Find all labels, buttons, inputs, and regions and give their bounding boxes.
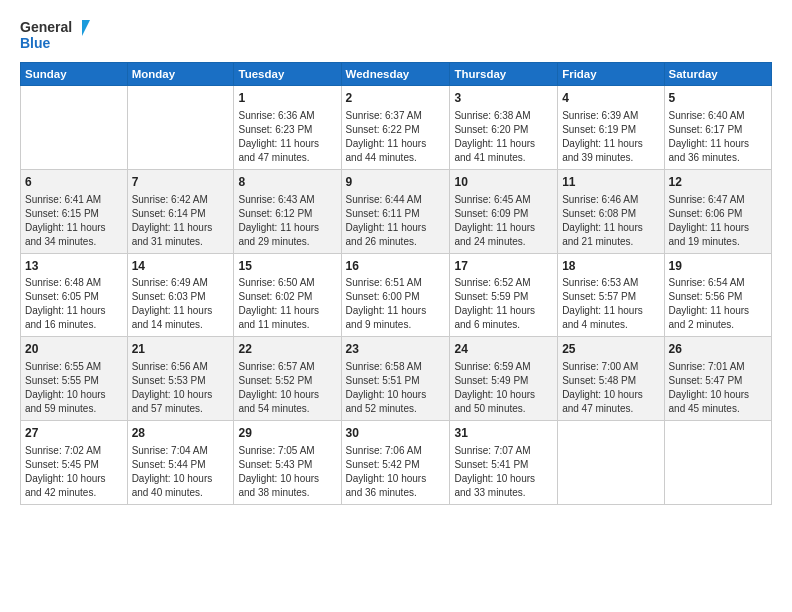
calendar-week-5: 27Sunrise: 7:02 AM Sunset: 5:45 PM Dayli…: [21, 421, 772, 505]
day-info: Sunrise: 7:07 AM Sunset: 5:41 PM Dayligh…: [454, 444, 553, 500]
svg-text:General: General: [20, 19, 72, 35]
calendar-cell: 22Sunrise: 6:57 AM Sunset: 5:52 PM Dayli…: [234, 337, 341, 421]
day-header-tuesday: Tuesday: [234, 63, 341, 86]
day-number: 18: [562, 258, 659, 275]
svg-text:Blue: Blue: [20, 35, 51, 51]
day-info: Sunrise: 7:00 AM Sunset: 5:48 PM Dayligh…: [562, 360, 659, 416]
calendar-cell: [21, 86, 128, 170]
day-header-wednesday: Wednesday: [341, 63, 450, 86]
day-info: Sunrise: 6:57 AM Sunset: 5:52 PM Dayligh…: [238, 360, 336, 416]
calendar-cell: 23Sunrise: 6:58 AM Sunset: 5:51 PM Dayli…: [341, 337, 450, 421]
day-header-saturday: Saturday: [664, 63, 771, 86]
day-info: Sunrise: 6:54 AM Sunset: 5:56 PM Dayligh…: [669, 276, 767, 332]
day-number: 31: [454, 425, 553, 442]
day-info: Sunrise: 6:49 AM Sunset: 6:03 PM Dayligh…: [132, 276, 230, 332]
day-number: 19: [669, 258, 767, 275]
day-info: Sunrise: 6:36 AM Sunset: 6:23 PM Dayligh…: [238, 109, 336, 165]
calendar-cell: 15Sunrise: 6:50 AM Sunset: 6:02 PM Dayli…: [234, 253, 341, 337]
calendar-cell: 25Sunrise: 7:00 AM Sunset: 5:48 PM Dayli…: [558, 337, 664, 421]
calendar-cell: [558, 421, 664, 505]
logo: General Blue: [20, 16, 90, 52]
day-header-sunday: Sunday: [21, 63, 128, 86]
header: General Blue: [20, 16, 772, 52]
day-info: Sunrise: 6:37 AM Sunset: 6:22 PM Dayligh…: [346, 109, 446, 165]
calendar-cell: 24Sunrise: 6:59 AM Sunset: 5:49 PM Dayli…: [450, 337, 558, 421]
calendar-cell: 6Sunrise: 6:41 AM Sunset: 6:15 PM Daylig…: [21, 169, 128, 253]
calendar-cell: 3Sunrise: 6:38 AM Sunset: 6:20 PM Daylig…: [450, 86, 558, 170]
day-number: 21: [132, 341, 230, 358]
day-info: Sunrise: 6:41 AM Sunset: 6:15 PM Dayligh…: [25, 193, 123, 249]
day-number: 4: [562, 90, 659, 107]
day-info: Sunrise: 7:02 AM Sunset: 5:45 PM Dayligh…: [25, 444, 123, 500]
calendar-cell: [664, 421, 771, 505]
day-number: 23: [346, 341, 446, 358]
calendar-cell: 28Sunrise: 7:04 AM Sunset: 5:44 PM Dayli…: [127, 421, 234, 505]
day-number: 12: [669, 174, 767, 191]
calendar-week-4: 20Sunrise: 6:55 AM Sunset: 5:55 PM Dayli…: [21, 337, 772, 421]
day-info: Sunrise: 6:44 AM Sunset: 6:11 PM Dayligh…: [346, 193, 446, 249]
day-info: Sunrise: 6:42 AM Sunset: 6:14 PM Dayligh…: [132, 193, 230, 249]
day-info: Sunrise: 6:59 AM Sunset: 5:49 PM Dayligh…: [454, 360, 553, 416]
calendar-cell: 18Sunrise: 6:53 AM Sunset: 5:57 PM Dayli…: [558, 253, 664, 337]
day-number: 29: [238, 425, 336, 442]
day-info: Sunrise: 6:48 AM Sunset: 6:05 PM Dayligh…: [25, 276, 123, 332]
calendar-cell: 29Sunrise: 7:05 AM Sunset: 5:43 PM Dayli…: [234, 421, 341, 505]
svg-marker-2: [82, 20, 90, 36]
calendar-table: SundayMondayTuesdayWednesdayThursdayFrid…: [20, 62, 772, 505]
day-number: 6: [25, 174, 123, 191]
day-header-friday: Friday: [558, 63, 664, 86]
calendar-cell: 2Sunrise: 6:37 AM Sunset: 6:22 PM Daylig…: [341, 86, 450, 170]
day-info: Sunrise: 6:40 AM Sunset: 6:17 PM Dayligh…: [669, 109, 767, 165]
calendar-cell: 9Sunrise: 6:44 AM Sunset: 6:11 PM Daylig…: [341, 169, 450, 253]
calendar-week-3: 13Sunrise: 6:48 AM Sunset: 6:05 PM Dayli…: [21, 253, 772, 337]
day-number: 9: [346, 174, 446, 191]
day-number: 2: [346, 90, 446, 107]
calendar-cell: 8Sunrise: 6:43 AM Sunset: 6:12 PM Daylig…: [234, 169, 341, 253]
day-number: 3: [454, 90, 553, 107]
day-number: 1: [238, 90, 336, 107]
calendar-cell: [127, 86, 234, 170]
logo-svg: General Blue: [20, 16, 90, 52]
day-info: Sunrise: 6:43 AM Sunset: 6:12 PM Dayligh…: [238, 193, 336, 249]
day-number: 28: [132, 425, 230, 442]
day-number: 30: [346, 425, 446, 442]
day-number: 24: [454, 341, 553, 358]
calendar-cell: 11Sunrise: 6:46 AM Sunset: 6:08 PM Dayli…: [558, 169, 664, 253]
day-info: Sunrise: 6:50 AM Sunset: 6:02 PM Dayligh…: [238, 276, 336, 332]
calendar-cell: 31Sunrise: 7:07 AM Sunset: 5:41 PM Dayli…: [450, 421, 558, 505]
page: General Blue SundayMondayTuesdayWednesda…: [0, 0, 792, 612]
calendar-cell: 19Sunrise: 6:54 AM Sunset: 5:56 PM Dayli…: [664, 253, 771, 337]
calendar-cell: 1Sunrise: 6:36 AM Sunset: 6:23 PM Daylig…: [234, 86, 341, 170]
day-number: 11: [562, 174, 659, 191]
calendar-cell: 17Sunrise: 6:52 AM Sunset: 5:59 PM Dayli…: [450, 253, 558, 337]
day-number: 16: [346, 258, 446, 275]
day-info: Sunrise: 6:52 AM Sunset: 5:59 PM Dayligh…: [454, 276, 553, 332]
day-info: Sunrise: 6:46 AM Sunset: 6:08 PM Dayligh…: [562, 193, 659, 249]
day-number: 27: [25, 425, 123, 442]
day-info: Sunrise: 7:01 AM Sunset: 5:47 PM Dayligh…: [669, 360, 767, 416]
day-number: 14: [132, 258, 230, 275]
calendar-cell: 20Sunrise: 6:55 AM Sunset: 5:55 PM Dayli…: [21, 337, 128, 421]
day-number: 20: [25, 341, 123, 358]
day-info: Sunrise: 6:58 AM Sunset: 5:51 PM Dayligh…: [346, 360, 446, 416]
day-info: Sunrise: 6:53 AM Sunset: 5:57 PM Dayligh…: [562, 276, 659, 332]
calendar-cell: 4Sunrise: 6:39 AM Sunset: 6:19 PM Daylig…: [558, 86, 664, 170]
day-header-thursday: Thursday: [450, 63, 558, 86]
calendar-cell: 5Sunrise: 6:40 AM Sunset: 6:17 PM Daylig…: [664, 86, 771, 170]
day-info: Sunrise: 7:06 AM Sunset: 5:42 PM Dayligh…: [346, 444, 446, 500]
day-header-monday: Monday: [127, 63, 234, 86]
day-info: Sunrise: 6:38 AM Sunset: 6:20 PM Dayligh…: [454, 109, 553, 165]
day-info: Sunrise: 6:55 AM Sunset: 5:55 PM Dayligh…: [25, 360, 123, 416]
calendar-cell: 13Sunrise: 6:48 AM Sunset: 6:05 PM Dayli…: [21, 253, 128, 337]
day-number: 26: [669, 341, 767, 358]
day-number: 17: [454, 258, 553, 275]
calendar-cell: 10Sunrise: 6:45 AM Sunset: 6:09 PM Dayli…: [450, 169, 558, 253]
day-info: Sunrise: 6:51 AM Sunset: 6:00 PM Dayligh…: [346, 276, 446, 332]
day-number: 7: [132, 174, 230, 191]
day-info: Sunrise: 7:05 AM Sunset: 5:43 PM Dayligh…: [238, 444, 336, 500]
calendar-cell: 7Sunrise: 6:42 AM Sunset: 6:14 PM Daylig…: [127, 169, 234, 253]
day-number: 22: [238, 341, 336, 358]
day-info: Sunrise: 6:45 AM Sunset: 6:09 PM Dayligh…: [454, 193, 553, 249]
calendar-cell: 30Sunrise: 7:06 AM Sunset: 5:42 PM Dayli…: [341, 421, 450, 505]
day-number: 25: [562, 341, 659, 358]
